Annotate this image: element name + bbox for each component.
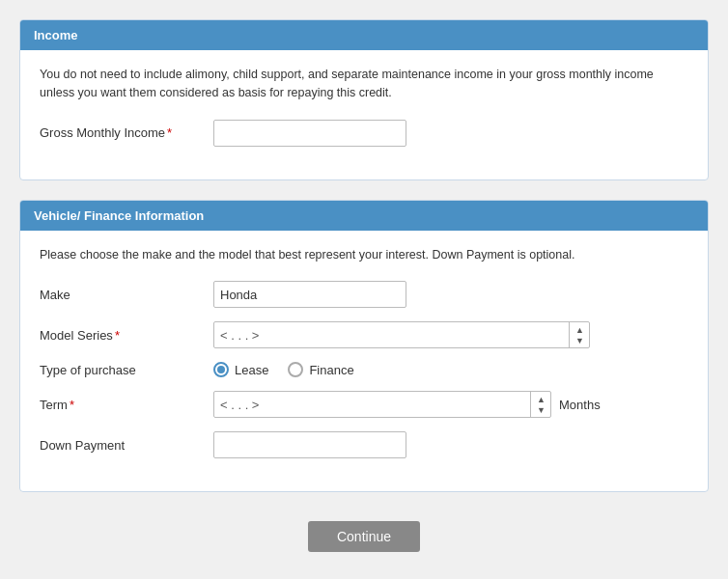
finance-option[interactable]: Finance <box>288 362 353 377</box>
income-body: You do not need to include alimony, chil… <box>20 50 708 179</box>
vehicle-finance-header: Vehicle/ Finance Information <box>20 201 708 231</box>
vehicle-finance-card: Vehicle/ Finance Information Please choo… <box>19 200 709 493</box>
lease-radio-icon <box>213 362 229 377</box>
vehicle-finance-title: Vehicle/ Finance Information <box>34 208 204 223</box>
model-series-select-wrapper: < . . . > ▲ ▼ <box>213 321 590 348</box>
term-row: Term* < . . . > ▲ ▼ Months <box>40 391 688 418</box>
make-label: Make <box>40 288 213 302</box>
make-input[interactable] <box>213 281 406 308</box>
income-card: Income You do not need to include alimon… <box>19 19 709 180</box>
months-label: Months <box>559 398 601 412</box>
down-payment-label: Down Payment <box>40 438 213 453</box>
lease-option[interactable]: Lease <box>213 362 268 377</box>
down-payment-input[interactable] <box>213 431 406 458</box>
finance-label: Finance <box>309 363 353 377</box>
type-of-purchase-row: Type of purchase Lease Finance <box>40 362 688 377</box>
term-select-wrapper: < . . . > ▲ ▼ <box>213 391 551 418</box>
model-series-select[interactable]: < . . . > <box>213 321 590 348</box>
gross-monthly-income-input[interactable] <box>213 120 406 147</box>
type-of-purchase-label: Type of purchase <box>40 363 213 377</box>
gross-monthly-income-label: Gross Monthly Income* <box>40 125 213 140</box>
continue-button[interactable]: Continue <box>308 521 420 552</box>
income-title: Income <box>34 28 78 42</box>
term-select[interactable]: < . . . > <box>213 391 551 418</box>
down-payment-row: Down Payment <box>40 431 688 458</box>
income-header: Income <box>20 20 708 50</box>
term-label: Term* <box>40 398 213 412</box>
make-row: Make <box>40 281 688 308</box>
model-series-label: Model Series* <box>40 328 213 343</box>
gross-monthly-income-row: Gross Monthly Income* <box>40 120 688 147</box>
model-series-row: Model Series* < . . . > ▲ ▼ <box>40 321 688 348</box>
lease-label: Lease <box>235 363 268 377</box>
term-row-inner: < . . . > ▲ ▼ Months <box>213 391 601 418</box>
vehicle-finance-body: Please choose the make and the model tha… <box>20 231 708 492</box>
income-notice: You do not need to include alimony, chil… <box>40 66 688 102</box>
type-of-purchase-radio-group: Lease Finance <box>213 362 354 377</box>
vehicle-finance-notice: Please choose the make and the model tha… <box>40 246 688 264</box>
finance-radio-icon <box>288 362 303 377</box>
